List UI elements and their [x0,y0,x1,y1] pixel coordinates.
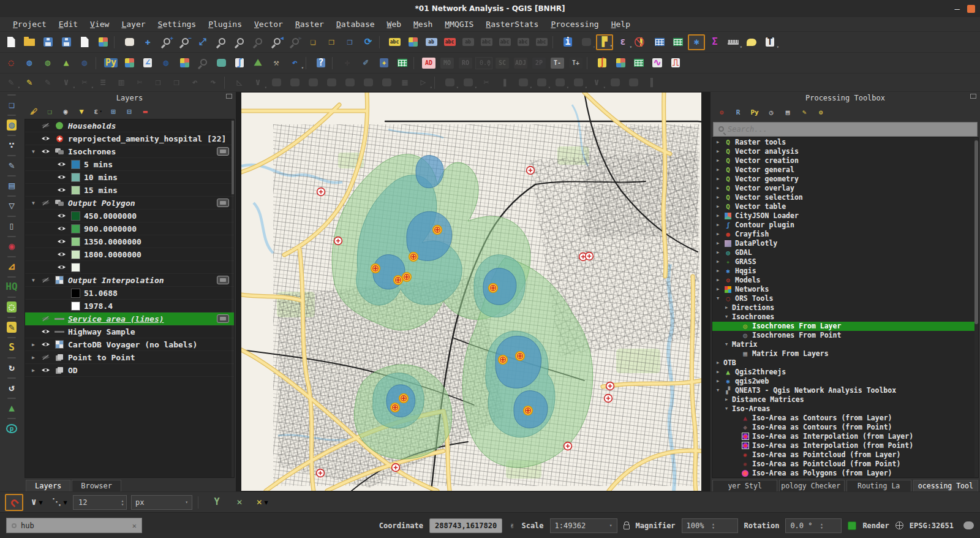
visibility-eye-icon-on[interactable] [56,187,67,193]
deselect-all-button[interactable]: ⃠ [633,34,650,50]
statistical-summary-button[interactable] [669,34,687,50]
coordinate-field[interactable]: 288743,1617820 [429,518,502,533]
toolbox-item[interactable]: ▶◍GDAL [712,248,978,257]
osm-place-search-button[interactable]: ◍ [76,55,93,71]
toolbox-item[interactable]: ▶✱Hqgis [712,267,978,276]
contour-plugin-button[interactable]: ʃ [231,55,248,71]
highlight-labels-button[interactable]: abc [441,34,458,50]
layer-item[interactable]: Households [25,119,234,132]
toolbox-item[interactable]: Iso-Area as Interpolation (from Point) [712,441,978,450]
expand-down-icon[interactable]: ▼ [723,342,729,347]
ph-locator-dock-button[interactable]: ◉ [3,238,20,254]
map-canvas-indicator-icon[interactable] [217,199,229,207]
menu-mmqgis[interactable]: MMQGIS [439,18,479,30]
gps-dock-button[interactable]: ▲ [3,400,20,416]
expand-all-button[interactable]: ⊞ [107,105,120,118]
expand-right-icon[interactable]: ▶ [715,241,721,246]
expand-right-icon[interactable]: ▶ [30,342,37,347]
shortcuts-dock-button[interactable]: S [3,339,20,355]
expand-right-icon[interactable]: ▶ [715,186,721,191]
expand-right-icon[interactable]: ▶ [715,278,721,282]
new-print-layout-button[interactable] [76,34,93,50]
data-source-manager-dock-button[interactable]: ◍ [3,117,20,133]
visibility-eye-icon-off[interactable] [40,123,51,129]
visibility-eye-icon-off[interactable] [40,354,51,360]
right-panel-tab[interactable]: pology Checker Pa [779,480,844,491]
add-group-button[interactable]: ❏ [43,105,56,118]
map-editor-dock-button[interactable]: ✎ [3,319,20,335]
history-button[interactable]: ◷ [765,107,777,119]
menu-mesh[interactable]: Mesh [408,18,438,30]
layer-item[interactable]: Highway Sample [25,325,234,338]
layer-item[interactable]: 10 mins [25,171,234,184]
terrain-profile-button[interactable]: ⛰ [249,55,266,71]
open-layer-styling-button[interactable]: 🖌 [27,105,40,118]
menu-web[interactable]: Web [382,18,407,30]
layer-labeling-button[interactable]: abc [386,34,403,50]
visibility-eye-icon-on[interactable] [56,174,67,180]
toolbox-item[interactable]: ▶⚙Models [712,276,978,285]
toolbox-item[interactable]: ▶QRaster tools [712,138,978,147]
expand-right-icon[interactable]: ▶ [715,204,721,209]
open-project-button[interactable] [21,34,38,50]
menu-settings[interactable]: Settings [153,18,202,30]
expand-right-icon[interactable]: ▶ [715,379,721,384]
render-checkbox[interactable] [848,521,856,530]
expand-right-icon[interactable]: ▶ [715,360,721,365]
new-bookmark-button[interactable]: ❏ [304,34,322,50]
menu-processing[interactable]: Processing [545,18,604,30]
expand-right-icon[interactable]: ▶ [715,287,721,292]
toolbox-item[interactable]: ✺Iso-Area as Pointcloud (from Layer) [712,450,978,460]
ors-tools-button[interactable]: ◌ [2,55,20,71]
right-panel-tab[interactable]: ocessing Tool [913,480,978,491]
menu-layer[interactable]: Layer [116,18,151,30]
filter-by-expression-button[interactable]: ε▾ [91,105,104,118]
layer-diagram-button[interactable] [404,34,421,50]
menu-database[interactable]: Database [331,18,380,30]
visibility-eye-icon-off[interactable] [40,316,51,322]
menu-rasterstats[interactable]: RasterStats [480,18,544,30]
reload-dock-button[interactable]: ↻ [3,360,20,376]
layer-item[interactable]: reprojected_amenity_hospital [22] [25,132,234,145]
toolbox-item[interactable]: ▶QVector table [712,202,978,211]
python-console-button[interactable]: Py [102,55,119,71]
python-scripts-button[interactable]: Py [748,107,761,119]
toolbox-item[interactable]: ▼▞QNEAT3 - Qgis Network Analysis Toolbox [712,386,978,395]
menu-edit[interactable]: Edit [53,18,83,30]
locator-search-box[interactable]: hub ✕ [6,518,142,533]
expand-right-icon[interactable]: ▶ [715,369,721,374]
expand-right-icon[interactable]: ▶ [715,149,721,154]
measure-button[interactable]: ▾ [725,34,742,50]
pin-labels-button[interactable]: ab [423,34,440,50]
show-statistics-button[interactable]: Σ [706,34,723,50]
toolbox-item[interactable]: ▶QVector overlay [712,184,978,193]
right-panel-tab[interactable]: Routing La [846,480,911,491]
show-bookmarks-button[interactable]: ❒ [323,34,340,50]
panel-tab-browser[interactable]: Browser [72,480,121,491]
save-project-button[interactable] [39,34,56,50]
visibility-eye-icon-on[interactable] [40,367,51,373]
style-bucket-dock-button[interactable]: ▯ [3,218,20,234]
toolbox-item[interactable]: ◎Isochrones From Point [712,331,978,340]
map-canvas-indicator-icon[interactable] [217,276,229,284]
menu-plugins[interactable]: Plugins [203,18,247,30]
layer-item[interactable]: ▼Isochrones [25,145,234,158]
refresh-attribute-table-button[interactable] [394,55,411,71]
clip-tool-dock-button[interactable]: ▽ [3,198,20,214]
toolbox-item[interactable]: ▶OTB [712,358,978,368]
lock-scale-icon[interactable] [624,525,630,529]
profile-tool-button[interactable]: ∠ [139,55,156,71]
models-menu-button[interactable]: ⚙ [715,107,728,119]
expand-right-icon[interactable]: ▶ [715,259,721,264]
zoom-in-button[interactable]: + [157,34,175,50]
layer-item[interactable]: 5 mins [25,158,234,171]
expand-right-icon[interactable]: ▶ [715,176,721,181]
results-viewer-button[interactable]: ▤ [782,107,794,119]
toggle-editing-button[interactable]: ✎ [21,75,38,91]
add-web-layer-button[interactable]: ◍ [21,55,38,71]
toolbox-item[interactable]: ◆Iso-Area as Contours (from Point) [712,423,978,432]
panel-tab-layers[interactable]: Layers [26,480,70,491]
collapse-all-button[interactable]: ⊟ [123,105,136,118]
map-canvas-indicator-icon[interactable] [217,314,229,323]
build-tools-button[interactable]: ⚒ [268,55,285,71]
